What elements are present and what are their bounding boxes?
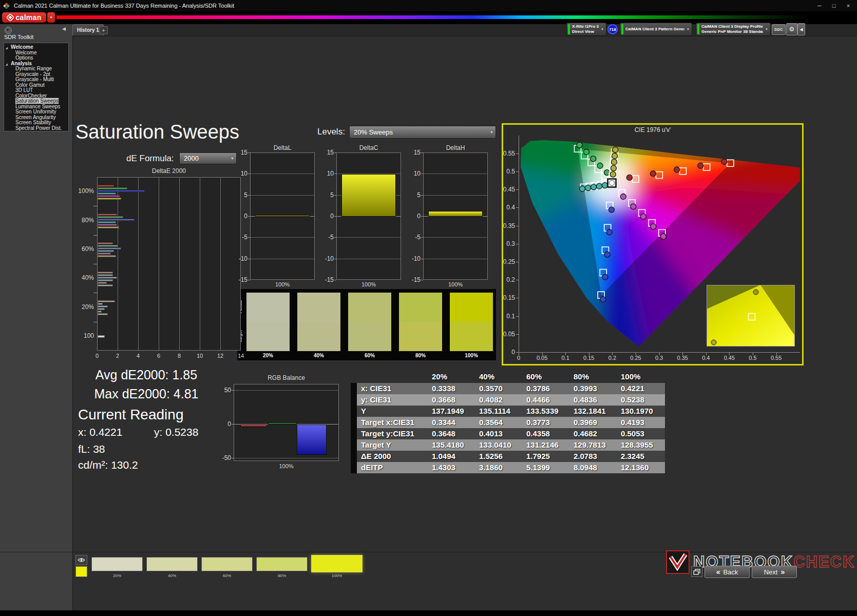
- table-cell: 0.3969: [570, 417, 618, 428]
- tree-item-label: Screen Uniformity: [15, 109, 56, 114]
- reading-cdm2: cd/m²: 130.2: [78, 459, 138, 471]
- axis-tick: [248, 174, 250, 174]
- inset-measured-point: [711, 340, 716, 345]
- tree-item-label: Luminance Sweeps: [15, 104, 60, 109]
- de2000-group-label: 20%: [70, 303, 94, 312]
- table-row[interactable]: Target y:CIE310.36480.40130.43580.46820.…: [351, 428, 665, 439]
- close-button[interactable]: ×: [842, 0, 855, 11]
- next-button[interactable]: Next »: [752, 566, 797, 578]
- sidebar-collapse-icon[interactable]: ◀: [62, 26, 66, 31]
- de2000-bar-100%: [98, 198, 121, 200]
- panel-collapse-icon[interactable]: ◀: [797, 23, 805, 35]
- actual-swatch-20%: [246, 293, 290, 322]
- meter-count-badge[interactable]: 718: [607, 24, 618, 34]
- inset-measured-point: [753, 290, 758, 295]
- de2000-xtick: 12: [214, 353, 226, 359]
- minimize-button[interactable]: ─: [813, 0, 826, 11]
- level-thumb-40%[interactable]: [146, 557, 198, 571]
- measured-point-cyan: [591, 184, 597, 190]
- cie-inset-zoom: [707, 285, 795, 346]
- level-thumb-20%[interactable]: [91, 557, 143, 571]
- de2000-bar-20%: [98, 300, 115, 302]
- level-thumb-label: 20%: [91, 573, 143, 579]
- meter-status-stripe: [568, 24, 570, 34]
- tree-item-spectral-power-dist[interactable]: Spectral Power Dist.: [4, 126, 68, 131]
- footer-divider: [0, 552, 857, 552]
- gridline: [337, 259, 401, 259]
- measured-point-red: [674, 167, 680, 172]
- swatch-level-label: 60%: [348, 353, 391, 359]
- axis-tick: [248, 280, 250, 280]
- level-thumb-100%[interactable]: [311, 555, 363, 572]
- back-button[interactable]: « Back: [704, 566, 750, 578]
- tree-item-welcome[interactable]: Welcome: [4, 50, 68, 56]
- table-row[interactable]: y: CIE310.36680.40820.44660.48360.5238: [351, 394, 665, 406]
- table-row[interactable]: x: CIE310.33380.35700.37860.39930.4221: [351, 383, 665, 394]
- target-label: Target: [238, 321, 244, 351]
- current-color-swatch[interactable]: [75, 566, 87, 577]
- target-swatch-20%: [246, 322, 290, 351]
- preview-toggle-button[interactable]: [75, 555, 87, 565]
- formula-dropdown[interactable]: 2000 ▼: [179, 152, 237, 164]
- measured-point-magenta: [640, 214, 646, 219]
- calman-logo[interactable]: calman: [2, 12, 46, 23]
- table-col-header: 100%: [618, 371, 665, 383]
- rgb-bar-blue: [297, 425, 327, 455]
- de2000-bar-100%: [98, 187, 127, 189]
- workflow-record-button[interactable]: [5, 27, 12, 34]
- level-thumb-60%[interactable]: [201, 557, 253, 571]
- table-col-header: 60%: [523, 371, 570, 383]
- cie-chart-title: CIE 1976 u'v': [503, 126, 802, 133]
- chevron-down-icon[interactable]: ▼: [687, 28, 690, 31]
- sidebar-panel-title: SDR Toolkit: [4, 34, 33, 40]
- avg-de2000: Avg dE2000: 1.85: [69, 368, 223, 382]
- table-corner-cell: [357, 371, 429, 383]
- deltaH-bar: [428, 211, 483, 217]
- chevron-down-icon[interactable]: ▼: [765, 28, 768, 31]
- measured-point-blue: [609, 207, 615, 213]
- ddc-button[interactable]: DDC: [772, 24, 786, 35]
- max-de2000: Max dE2000: 4.81: [69, 387, 223, 401]
- actual-swatch-100%: [450, 293, 493, 322]
- add-tab-button[interactable]: +: [99, 26, 108, 34]
- axis-tick: [248, 216, 250, 217]
- levels-dropdown[interactable]: 20% Sweeps ▼: [349, 126, 496, 139]
- axis-tick: [248, 259, 250, 259]
- row-handle: [351, 451, 357, 462]
- cie-chart-panel[interactable]: CIE 1976 u'v': [502, 123, 804, 365]
- gear-icon[interactable]: ⚙: [786, 23, 797, 35]
- app-icon: [3, 3, 10, 9]
- reading-x: x: 0.4221: [78, 426, 122, 438]
- level-thumb-80%[interactable]: [256, 557, 308, 571]
- table-row[interactable]: ΔE 20001.04941.52561.79252.07832.3245: [351, 451, 665, 462]
- logo-menu-button[interactable]: ▼: [47, 12, 55, 23]
- rgb-bar-green: [268, 422, 297, 425]
- table-row[interactable]: Target Y135.4180133.0410131.2146129.7813…: [351, 439, 665, 451]
- table-cell: 0.4682: [570, 428, 618, 439]
- tree-item-label: ColorChecker: [15, 93, 47, 99]
- axis-tick: [248, 195, 250, 196]
- meter-name: X-Rite i1Pro 3: [572, 24, 599, 29]
- tree-item-label: Welcome: [11, 44, 33, 50]
- pattern-generator-button[interactable]: CalMAN Client 3 Pattern Generator ▼: [620, 23, 692, 36]
- table-row-label: dEITP: [357, 462, 429, 473]
- levels-label: Levels:: [317, 127, 345, 137]
- table-cell: 0.4221: [618, 383, 665, 394]
- table-row[interactable]: Y137.1949135.1114133.5339132.1841130.197…: [351, 406, 665, 417]
- chevron-down-icon[interactable]: ▼: [601, 28, 604, 31]
- deltaH-ytick: -15: [406, 276, 421, 283]
- meter-device-button[interactable]: X-Rite i1Pro 3 Direct View ▼: [566, 23, 606, 36]
- table-row[interactable]: dEITP1.43033.18605.13998.094812.1360: [351, 462, 665, 473]
- display-profiler-button[interactable]: CalMAN Client 3 Display Profiler Generic…: [696, 23, 771, 36]
- axis-tick: [248, 152, 250, 153]
- table-cell: 131.2146: [523, 439, 570, 451]
- detach-window-button[interactable]: [691, 566, 702, 577]
- de2000-bar-100: [98, 335, 105, 338]
- maximize-button[interactable]: □: [827, 0, 841, 11]
- table-row[interactable]: Target x:CIE310.33440.35640.37730.39690.…: [351, 417, 665, 428]
- de2000-bar-20%: [98, 303, 103, 305]
- tree-item-label: 3D LUT: [15, 87, 33, 93]
- axis-tick: [421, 152, 423, 153]
- tree-item-color-gamut[interactable]: Color Gamut: [4, 83, 68, 88]
- table-cell: 3.1860: [476, 462, 523, 473]
